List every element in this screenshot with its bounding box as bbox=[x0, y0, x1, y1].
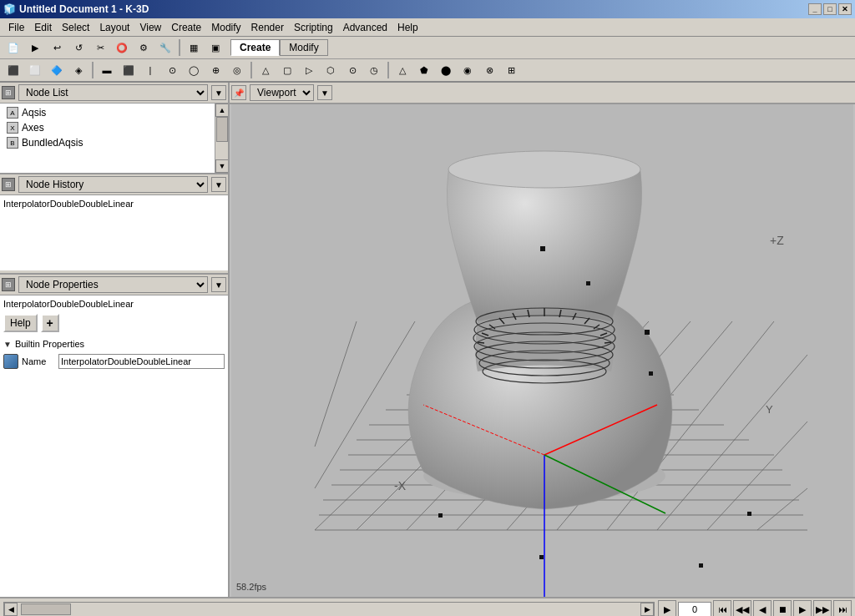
list-item[interactable]: B BundledAqsis bbox=[3, 135, 225, 150]
status-bar: ◀ ▶ ▶ ⏮ ◀◀ ◀ ⏹ ▶ ▶▶ ⏭ bbox=[0, 597, 855, 616]
node-props-section: ⊞ Node Properties ▼ InterpolatorDoubleDo… bbox=[0, 275, 228, 597]
maximize-button[interactable]: □ bbox=[823, 3, 837, 15]
t2-18[interactable]: △ bbox=[392, 61, 412, 79]
t2-19[interactable]: ⬟ bbox=[414, 61, 434, 79]
viewport-dropdown-arrow[interactable]: ▼ bbox=[317, 85, 332, 100]
tool4[interactable]: ↺ bbox=[68, 38, 89, 57]
node-list-scrollbar[interactable]: ▲ ▼ bbox=[215, 104, 228, 173]
t2-5[interactable]: ▬ bbox=[97, 61, 117, 79]
scroll-track bbox=[215, 117, 228, 159]
tab-create[interactable]: Create bbox=[230, 39, 280, 56]
node-history-arrow[interactable]: ▼ bbox=[211, 177, 226, 192]
open-button[interactable]: ▶ bbox=[25, 38, 45, 57]
toolbar-row-2: ⬛ ⬜ 🔷 ◈ ▬ ⬛ | ⊙ ◯ ⊕ ◎ △ ▢ ▷ ⬡ ⊙ ◷ △ ⬟ ⬤ … bbox=[0, 59, 855, 81]
help-button[interactable]: Help bbox=[3, 314, 38, 332]
name-prop-input[interactable] bbox=[58, 354, 225, 369]
minimize-button[interactable]: _ bbox=[808, 3, 822, 15]
x-neg-label: -X bbox=[394, 479, 407, 492]
anim-skip-end[interactable]: ⏭ bbox=[833, 600, 852, 616]
menu-item-select[interactable]: Select bbox=[57, 20, 94, 35]
node-list-arrow[interactable]: ▼ bbox=[211, 85, 226, 100]
toolbar2-sep-1 bbox=[92, 62, 94, 78]
anim-skip-start[interactable]: ⏮ bbox=[713, 600, 731, 616]
anim-next[interactable]: ▶ bbox=[793, 600, 812, 616]
scroll-right-arrow[interactable]: ▶ bbox=[640, 603, 654, 616]
history-item[interactable]: InterpolatorDoubleDoubleLinear bbox=[3, 199, 225, 209]
name-prop-icon bbox=[3, 354, 18, 369]
t2-2[interactable]: ⬜ bbox=[25, 61, 45, 79]
fps-display: 58.2fps bbox=[236, 582, 266, 592]
bundled-icon: B bbox=[7, 137, 18, 149]
node-list-header: ⊞ Node List ▼ bbox=[0, 83, 228, 104]
name-prop-row: Name bbox=[3, 354, 225, 369]
anim-prev-frame[interactable]: ◀◀ bbox=[733, 600, 751, 616]
t2-11[interactable]: ◎ bbox=[227, 61, 247, 79]
menu-item-render[interactable]: Render bbox=[246, 20, 289, 35]
t2-21[interactable]: ◉ bbox=[458, 61, 478, 79]
scroll-h-thumb[interactable] bbox=[21, 603, 71, 615]
t2-17[interactable]: ◷ bbox=[364, 61, 384, 79]
list-item[interactable]: A Aqsis bbox=[3, 105, 225, 120]
viewport-pin-button[interactable]: 📌 bbox=[231, 85, 246, 100]
t2-20[interactable]: ⬤ bbox=[436, 61, 456, 79]
menu-item-layout[interactable]: Layout bbox=[94, 20, 134, 35]
tool9[interactable]: ▦ bbox=[184, 38, 204, 57]
menu-item-scripting[interactable]: Scripting bbox=[289, 20, 338, 35]
add-property-button[interactable]: + bbox=[41, 314, 59, 332]
scroll-down-arrow[interactable]: ▼ bbox=[215, 159, 228, 173]
t2-12[interactable]: △ bbox=[255, 61, 276, 79]
name-prop-label: Name bbox=[22, 356, 55, 366]
node-history-icon: ⊞ bbox=[2, 178, 15, 191]
z-pos-label: +Z bbox=[770, 234, 784, 247]
node-props-dropdown[interactable]: Node Properties bbox=[18, 276, 208, 293]
node-props-arrow[interactable]: ▼ bbox=[211, 277, 226, 292]
scroll-left-arrow[interactable]: ◀ bbox=[4, 603, 18, 616]
tool8[interactable]: 🔧 bbox=[155, 38, 175, 57]
tab-modify[interactable]: Modify bbox=[280, 39, 327, 56]
builtin-triangle-icon: ▼ bbox=[3, 340, 12, 349]
t2-3[interactable]: 🔷 bbox=[47, 61, 67, 79]
list-item[interactable]: X Axes bbox=[3, 120, 225, 135]
t2-1[interactable]: ⬛ bbox=[3, 61, 23, 79]
tool10[interactable]: ▣ bbox=[205, 38, 225, 57]
t2-16[interactable]: ⊙ bbox=[342, 61, 362, 79]
t2-9[interactable]: ◯ bbox=[184, 61, 204, 79]
t2-10[interactable]: ⊕ bbox=[205, 61, 225, 79]
menu-item-help[interactable]: Help bbox=[392, 20, 423, 35]
t2-14[interactable]: ▷ bbox=[299, 61, 319, 79]
node-history-dropdown[interactable]: Node History bbox=[18, 176, 208, 193]
node-props-icon: ⊞ bbox=[2, 278, 15, 291]
main-content: ⊞ Node List ▼ A Aqsis X Axes bbox=[0, 83, 855, 597]
anim-play-toggle[interactable]: ▶ bbox=[658, 600, 676, 616]
menu-item-edit[interactable]: Edit bbox=[29, 20, 57, 35]
menu-item-view[interactable]: View bbox=[134, 20, 166, 35]
horizontal-scrollbar[interactable]: ◀ ▶ bbox=[3, 602, 655, 616]
new-button[interactable]: 📄 bbox=[3, 38, 23, 57]
t2-7[interactable]: | bbox=[140, 61, 160, 79]
t2-23[interactable]: ⊞ bbox=[501, 61, 521, 79]
t2-22[interactable]: ⊗ bbox=[479, 61, 499, 79]
menu-item-create[interactable]: Create bbox=[166, 20, 206, 35]
node-list-dropdown[interactable]: Node List bbox=[18, 84, 208, 101]
viewport-canvas[interactable]: +Z +X +Y -Z -X Y 58.2fp bbox=[230, 104, 855, 597]
menu-item-file[interactable]: File bbox=[3, 20, 29, 35]
t2-4[interactable]: ◈ bbox=[68, 61, 89, 79]
tool5[interactable]: ✂ bbox=[90, 38, 110, 57]
menu-item-advanced[interactable]: Advanced bbox=[338, 20, 392, 35]
tool6[interactable]: ⭕ bbox=[112, 38, 132, 57]
viewport-type-dropdown[interactable]: Viewport bbox=[250, 84, 314, 101]
save-button[interactable]: ↩ bbox=[47, 38, 67, 57]
t2-15[interactable]: ⬡ bbox=[321, 61, 341, 79]
scroll-up-arrow[interactable]: ▲ bbox=[215, 104, 228, 117]
t2-13[interactable]: ▢ bbox=[277, 61, 297, 79]
anim-prev[interactable]: ◀ bbox=[753, 600, 772, 616]
frame-number-input[interactable] bbox=[678, 602, 711, 616]
close-button[interactable]: ✕ bbox=[838, 3, 852, 15]
menu-item-modify[interactable]: Modify bbox=[206, 20, 245, 35]
anim-stop[interactable]: ⏹ bbox=[773, 600, 792, 616]
t2-6[interactable]: ⬛ bbox=[119, 61, 139, 79]
tool7[interactable]: ⚙ bbox=[134, 38, 154, 57]
t2-8[interactable]: ⊙ bbox=[162, 61, 182, 79]
scroll-thumb[interactable] bbox=[216, 117, 228, 142]
anim-next-frame[interactable]: ▶▶ bbox=[813, 600, 832, 616]
